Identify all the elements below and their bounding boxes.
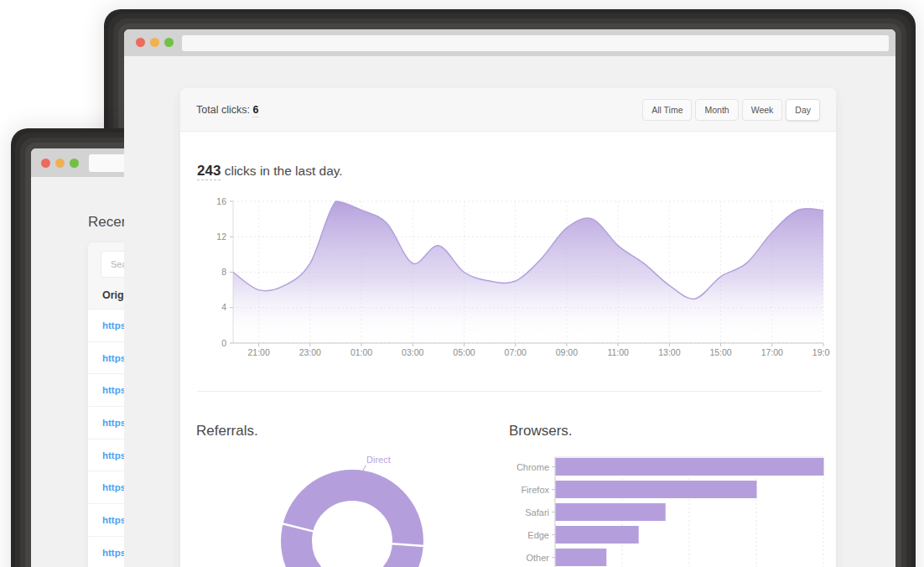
clicks-count: 243	[197, 163, 221, 180]
close-button[interactable]	[41, 159, 50, 168]
total-clicks: Total clicks: 6	[196, 104, 258, 116]
front-browser-window: Total clicks: 6 All Time Month Week Day …	[124, 29, 895, 567]
svg-text:07:00: 07:00	[505, 347, 527, 357]
analytics-card: Total clicks: 6 All Time Month Week Day …	[180, 88, 836, 567]
svg-text:0: 0	[221, 338, 226, 348]
svg-text:05:00: 05:00	[453, 347, 475, 357]
close-button[interactable]	[136, 38, 145, 47]
range-button-month[interactable]: Month	[695, 99, 738, 121]
clicks-caption: clicks in the last day.	[221, 164, 342, 178]
range-button-week[interactable]: Week	[742, 99, 783, 121]
svg-text:Firefox: Firefox	[521, 485, 549, 495]
svg-text:01:00: 01:00	[350, 347, 372, 357]
svg-text:Edge: Edge	[527, 530, 549, 540]
clicks-area-chart: 048121621:0023:0001:0003:0005:0007:0009:…	[193, 193, 830, 361]
browsers-bar-chart: ChromeFirefoxSafariEdgeOther	[508, 447, 837, 567]
card-header: Total clicks: 6 All Time Month Week Day	[180, 88, 836, 132]
svg-text:15:00: 15:00	[709, 347, 731, 357]
address-bar[interactable]	[182, 35, 889, 51]
svg-text:19:00: 19:00	[812, 347, 830, 357]
referrals-title: Referrals.	[196, 423, 258, 440]
range-button-all-time[interactable]: All Time	[642, 99, 692, 121]
range-button-day[interactable]: Day	[786, 99, 820, 121]
svg-text:09:00: 09:00	[556, 347, 578, 357]
svg-text:4: 4	[221, 302, 226, 312]
svg-text:Safari: Safari	[525, 507, 549, 518]
referrals-donut-chart: Direct	[268, 447, 436, 567]
range-button-group: All Time Month Week Day	[642, 99, 820, 121]
svg-text:13:00: 13:00	[658, 347, 680, 357]
svg-text:8: 8	[221, 267, 226, 277]
svg-text:Other: Other	[526, 553, 549, 563]
browsers-title: Browsers.	[509, 423, 573, 440]
svg-text:21:00: 21:00	[247, 347, 269, 357]
minimize-button[interactable]	[55, 159, 65, 168]
minimize-button[interactable]	[150, 38, 159, 47]
total-clicks-value: 6	[252, 104, 258, 117]
svg-text:11:00: 11:00	[607, 347, 629, 357]
svg-text:16: 16	[216, 196, 226, 206]
svg-text:Chrome: Chrome	[517, 462, 549, 472]
svg-text:12: 12	[216, 231, 226, 242]
svg-text:Direct: Direct	[366, 455, 391, 465]
page: Recent Original https:// https:// https:…	[0, 0, 924, 567]
front-window-titlebar	[124, 29, 895, 56]
svg-text:17:00: 17:00	[761, 347, 783, 357]
svg-text:03:00: 03:00	[402, 347, 423, 357]
section-divider	[197, 391, 822, 392]
maximize-button[interactable]	[164, 38, 174, 47]
maximize-button[interactable]	[70, 159, 79, 168]
svg-text:23:00: 23:00	[299, 347, 321, 357]
total-clicks-label: Total clicks:	[196, 104, 250, 116]
clicks-headline: 243 clicks in the last day.	[197, 163, 343, 179]
